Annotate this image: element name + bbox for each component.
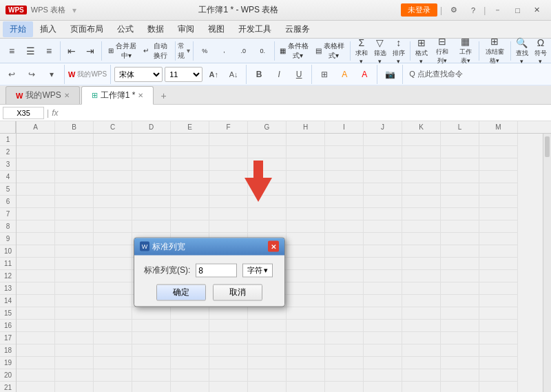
- help-button[interactable]: ?: [466, 5, 481, 16]
- conditional-format-button[interactable]: ▦ 条件格式▾: [277, 42, 312, 60]
- border-button[interactable]: ⊞: [315, 65, 333, 83]
- font-size-select[interactable]: 11 12 14: [165, 67, 202, 82]
- symbol-button[interactable]: Ω 符号▾: [532, 36, 550, 66]
- italic-button[interactable]: I: [270, 65, 288, 83]
- minimize-button[interactable]: －: [488, 3, 507, 17]
- format-button[interactable]: ⊞ 格式▾: [413, 36, 430, 66]
- menu-item-data[interactable]: 数据: [141, 21, 171, 37]
- format-dropdown-icon: ▾: [187, 47, 190, 54]
- increase-decimal-button[interactable]: .0: [234, 46, 252, 56]
- worksheet-label: 工作表▾: [457, 48, 474, 65]
- find-button[interactable]: 🔍 查找▾: [513, 36, 531, 66]
- number-format-group: 常规 ▾ % ， .0 0.: [178, 41, 276, 61]
- percent-icon: %: [202, 48, 207, 54]
- sort-button[interactable]: ↕ 排序▾: [390, 36, 408, 66]
- menu-item-insert[interactable]: 插入: [33, 21, 63, 37]
- menu-item-formula[interactable]: 公式: [110, 21, 141, 37]
- dialog-close-button[interactable]: ✕: [268, 241, 279, 252]
- font-size-up-button[interactable]: A↑: [205, 65, 222, 83]
- tab-mywps-label: 我的WPS: [25, 90, 61, 101]
- indent-right-icon: ⇥: [86, 45, 94, 56]
- conditional-icon: ▦: [280, 47, 286, 54]
- percent-button[interactable]: %: [196, 46, 214, 56]
- freeze-icon: ⊞: [490, 36, 499, 47]
- sort-label: 排序▾: [393, 49, 405, 65]
- menu-item-view[interactable]: 视图: [201, 21, 231, 37]
- freeze-button[interactable]: ⊞ 冻结窗格▾: [481, 34, 509, 67]
- formula-bar: | fx: [0, 105, 551, 121]
- maximize-button[interactable]: □: [510, 5, 526, 16]
- underline-button[interactable]: U: [290, 65, 308, 83]
- sep11: [110, 65, 111, 84]
- symbol-icon: Ω: [537, 37, 544, 48]
- screenshot-button[interactable]: 📷: [381, 65, 399, 83]
- font-size-down-button[interactable]: A↓: [225, 65, 242, 83]
- format-label2: 格式▾: [415, 49, 428, 65]
- column-width-input[interactable]: [196, 263, 237, 277]
- wrap-button[interactable]: ↵ 自动换行: [141, 42, 173, 60]
- title-bar: WPS WPS 表格 ▾ 工作簿1 * - WPS 表格 未登录 | ⚙ ? |…: [0, 0, 551, 21]
- wrap-label: 自动换行: [150, 41, 170, 61]
- dialog-overlay: W 标准列宽 ✕ 标准列宽(S): 字符 ▾ 确定 取消: [0, 121, 551, 392]
- unit-label: 字符: [247, 265, 262, 276]
- merge-button[interactable]: ⊞ 合并居中▾: [105, 42, 140, 60]
- indent-left-button[interactable]: ⇤: [63, 44, 81, 58]
- font-color-button[interactable]: A: [355, 65, 373, 83]
- dialog-title-bar: W 标准列宽 ✕: [134, 238, 284, 255]
- align-left-button[interactable]: ≡: [3, 44, 21, 58]
- align-center-button[interactable]: ☰: [21, 44, 39, 58]
- indent-right-button[interactable]: ⇥: [81, 44, 99, 58]
- cell-style-label: 表格样式▾: [323, 41, 345, 61]
- ribbon-row1: ≡ ☰ ≡ ⇤ ⇥ ⊞ 合并居中▾ ↵ 自动换行 常规 ▾ % ， .0 0.: [0, 39, 551, 63]
- decrease-decimal-button[interactable]: 0.: [253, 46, 271, 56]
- tab-workbook-label: 工作簿1 *: [101, 90, 136, 101]
- align-right-icon: ≡: [46, 45, 52, 56]
- dialog-confirm-button[interactable]: 确定: [156, 284, 206, 300]
- dialog-icon-letter: W: [142, 243, 148, 250]
- arrow-container: [241, 157, 276, 207]
- row-col-button[interactable]: ⊟ 行和列▾: [431, 34, 454, 67]
- format-icon: ⊞: [417, 37, 426, 48]
- sum-button[interactable]: Σ 求和▾: [353, 36, 371, 66]
- menu-item-review[interactable]: 审阅: [171, 21, 201, 37]
- dialog-cancel-button[interactable]: 取消: [213, 284, 262, 300]
- indent-left-icon: ⇤: [67, 45, 76, 56]
- divider-icon: |: [440, 6, 442, 15]
- wps-tab-icon: W: [16, 92, 23, 100]
- fill-color-button[interactable]: A: [335, 65, 353, 83]
- tab-workbook-close[interactable]: ✕: [138, 92, 143, 99]
- sum-icon: Σ: [358, 37, 364, 48]
- worksheet-button[interactable]: ▦ 工作表▾: [454, 34, 477, 67]
- settings-button[interactable]: ⚙: [445, 4, 463, 16]
- redo-button[interactable]: ↪: [23, 65, 41, 83]
- formula-input[interactable]: [61, 108, 548, 118]
- close-button[interactable]: ✕: [528, 4, 545, 16]
- undo-more-button[interactable]: ▾: [43, 65, 61, 83]
- menu-item-dev[interactable]: 开发工具: [231, 21, 278, 37]
- undo-button[interactable]: ↩: [3, 65, 21, 83]
- dialog-title-icon: W: [140, 242, 149, 251]
- filter-button[interactable]: ▽ 筛选▾: [371, 36, 389, 66]
- tab-mywps-close[interactable]: ✕: [64, 92, 70, 99]
- sep10: [64, 65, 65, 84]
- tab-mywps[interactable]: W 我的WPS ✕: [6, 86, 80, 104]
- login-button[interactable]: 未登录: [401, 3, 437, 17]
- conditional-label: 条件格式▾: [287, 41, 309, 61]
- menu-item-layout[interactable]: 页面布局: [63, 21, 110, 37]
- dialog-input-row: 标准列宽(S): 字符 ▾: [144, 263, 275, 277]
- font-family-select[interactable]: 宋体 微软雅黑 黑体: [114, 67, 163, 82]
- menu-item-start[interactable]: 开始: [3, 21, 33, 37]
- comma-button[interactable]: ，: [215, 45, 233, 56]
- tab-workbook[interactable]: ⊞ 工作簿1 * ✕: [81, 86, 154, 105]
- align-left-icon: ≡: [9, 45, 14, 56]
- dialog-title-left: W 标准列宽: [140, 240, 185, 252]
- menu-item-cloud[interactable]: 云服务: [278, 21, 317, 37]
- align-right-button[interactable]: ≡: [40, 44, 58, 58]
- tab-add-button[interactable]: +: [155, 87, 171, 104]
- sep12: [246, 65, 247, 84]
- sum-label: 求和▾: [355, 49, 368, 65]
- bold-button[interactable]: B: [250, 65, 268, 83]
- cell-reference-input[interactable]: [3, 107, 44, 119]
- cell-style-button[interactable]: ▤ 表格样式▾: [313, 42, 348, 60]
- unit-dropdown-button[interactable]: 字符 ▾: [242, 263, 273, 277]
